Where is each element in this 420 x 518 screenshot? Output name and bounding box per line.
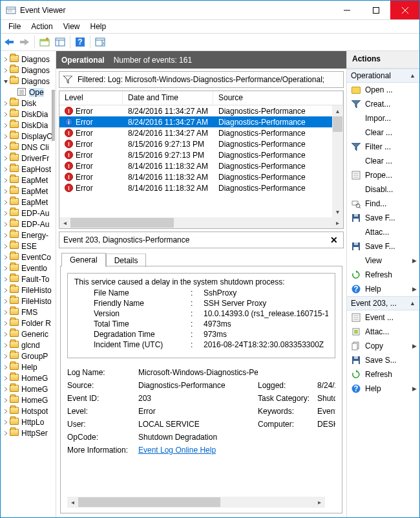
- blank-icon: [351, 227, 361, 237]
- tree-item[interactable]: Disk: [2, 98, 56, 109]
- action-item[interactable]: Impor...: [347, 111, 419, 125]
- online-help-link[interactable]: Event Log Online Help: [138, 446, 216, 455]
- action-item[interactable]: Clear ...: [347, 125, 419, 140]
- list-vertical-scrollbar[interactable]: ▴ ▾: [332, 105, 343, 217]
- tree-item[interactable]: Help: [2, 362, 56, 372]
- tab-general[interactable]: General: [61, 253, 106, 266]
- action-item[interactable]: Clear ...: [347, 154, 419, 168]
- detail-close-icon[interactable]: ✕: [329, 235, 339, 245]
- action-item[interactable]: Find...: [347, 197, 419, 211]
- tree-item[interactable]: FileHisto: [2, 296, 56, 307]
- menu-help[interactable]: Help: [85, 21, 112, 32]
- tree-item[interactable]: Eventlo: [2, 263, 56, 274]
- toolbar-window-icon[interactable]: [53, 35, 67, 49]
- tree-item[interactable]: EapMet: [2, 186, 56, 197]
- action-item[interactable]: Creat...: [347, 97, 419, 111]
- tree-item[interactable]: Folder R: [2, 318, 56, 329]
- tree-item[interactable]: FileHisto: [2, 285, 56, 296]
- tree-item[interactable]: Generic: [2, 329, 56, 340]
- tree-splitter[interactable]: [52, 90, 56, 142]
- list-horizontal-scrollbar[interactable]: ◂ ▸: [59, 217, 343, 228]
- tree-item[interactable]: EapMet: [2, 175, 56, 186]
- tree-item[interactable]: ESE: [2, 241, 56, 252]
- filter-text: Filtered: Log: Microsoft-Windows-Diagnos…: [78, 75, 324, 84]
- detail-horizontal-scrollbar[interactable]: ◂ ▸: [67, 497, 325, 508]
- forward-button[interactable]: [17, 35, 32, 49]
- tab-details[interactable]: Details: [106, 254, 147, 267]
- tree-item[interactable]: DriverFr: [2, 153, 56, 164]
- event-row[interactable]: !Error8/15/2016 9:27:13 PMDiagnostics-Pe…: [59, 149, 343, 160]
- tree-item[interactable]: Ope: [2, 87, 56, 98]
- property-row: Log Name:Microsoft-Windows-Diagnostics-P…: [67, 366, 335, 379]
- tree-item[interactable]: GroupP: [2, 351, 56, 362]
- back-button[interactable]: [2, 35, 16, 49]
- svg-rect-29: [353, 219, 359, 222]
- action-item[interactable]: Save S...: [347, 353, 419, 367]
- toolbar-help-icon[interactable]: ?: [73, 35, 87, 49]
- col-date[interactable]: Date and Time: [123, 91, 213, 105]
- tree-item[interactable]: HomeG: [2, 394, 56, 405]
- tree-item[interactable]: EapHost: [2, 164, 56, 175]
- navigation-tree[interactable]: DiagnosDiagnosDiagnosOpeDiskDiskDiaDiskD…: [1, 51, 56, 517]
- action-item[interactable]: ?Help▶: [347, 382, 419, 396]
- menu-action[interactable]: Action: [26, 21, 58, 32]
- actions-group-event[interactable]: Event 203, ...▲: [347, 296, 419, 310]
- col-source[interactable]: Source: [213, 91, 343, 105]
- action-item[interactable]: Attac...: [347, 325, 419, 339]
- svg-rect-46: [354, 356, 358, 359]
- tree-item[interactable]: EapMet: [2, 197, 56, 208]
- action-item[interactable]: Event ...: [347, 310, 419, 325]
- action-item[interactable]: Refresh: [347, 367, 419, 382]
- event-row[interactable]: !Error8/24/2016 11:34:27 AMDiagnostics-P…: [59, 105, 343, 116]
- event-row[interactable]: !Error8/14/2016 11:18:32 AMDiagnostics-P…: [59, 160, 343, 171]
- tree-item[interactable]: DisplayC: [2, 131, 56, 142]
- maximize-button[interactable]: [361, 1, 390, 19]
- action-item[interactable]: Prope...: [347, 168, 419, 182]
- col-level[interactable]: Level: [59, 91, 123, 105]
- tree-item[interactable]: FMS: [2, 307, 56, 318]
- tree-item[interactable]: Diagnos: [2, 65, 56, 76]
- menu-file[interactable]: File: [3, 21, 26, 32]
- tree-item[interactable]: HttpSer: [2, 427, 56, 438]
- action-item[interactable]: ?Help▶: [347, 282, 419, 296]
- minimize-button[interactable]: [332, 1, 361, 19]
- tree-item[interactable]: EDP-Au: [2, 219, 56, 230]
- tree-item[interactable]: glcnd: [2, 340, 56, 351]
- tree-item[interactable]: HomeG: [2, 383, 56, 394]
- tree-item[interactable]: DNS Cli: [2, 142, 56, 153]
- action-item[interactable]: Save F...: [347, 211, 419, 225]
- tree-item[interactable]: HomeG: [2, 372, 56, 383]
- action-item[interactable]: Refresh: [347, 268, 419, 282]
- event-row[interactable]: !Error8/14/2016 11:18:32 AMDiagnostics-P…: [59, 182, 343, 193]
- tree-item[interactable]: DiskDia: [2, 120, 56, 131]
- tree-item[interactable]: Energy-: [2, 230, 56, 241]
- tree-item[interactable]: Diagnos: [2, 54, 56, 65]
- svg-text:?: ?: [353, 384, 358, 393]
- tree-item[interactable]: EventCo: [2, 252, 56, 263]
- tree-item[interactable]: Hotspot: [2, 405, 56, 416]
- event-row[interactable]: !Error8/14/2016 11:18:32 AMDiagnostics-P…: [59, 171, 343, 182]
- tree-item[interactable]: EDP-Au: [2, 208, 56, 219]
- event-row[interactable]: !Error8/15/2016 9:27:13 PMDiagnostics-Pe…: [59, 138, 343, 149]
- tree-item[interactable]: DiskDia: [2, 109, 56, 120]
- toolbar-preview-icon[interactable]: [93, 35, 107, 49]
- tree-item[interactable]: Fault-To: [2, 274, 56, 285]
- action-item[interactable]: Copy▶: [347, 339, 419, 353]
- action-item[interactable]: Open ...: [347, 83, 419, 97]
- menu-bar: File Action View Help: [1, 20, 419, 33]
- actions-group-operational[interactable]: Operational▲: [347, 69, 419, 83]
- close-button[interactable]: [390, 1, 419, 19]
- tree-item[interactable]: HttpLo: [2, 416, 56, 427]
- action-item[interactable]: Save F...: [347, 239, 419, 254]
- svg-rect-25: [352, 201, 358, 205]
- action-item[interactable]: Attac...: [347, 225, 419, 239]
- event-row[interactable]: !Error8/24/2016 11:34:27 AMDiagnostics-P…: [59, 127, 343, 138]
- menu-view[interactable]: View: [58, 21, 85, 32]
- event-row[interactable]: iError8/24/2016 11:34:27 AMDiagnostics-P…: [59, 116, 343, 127]
- action-item[interactable]: Filter ...: [347, 140, 419, 154]
- action-item[interactable]: Disabl...: [347, 182, 419, 197]
- toolbar-console-icon[interactable]: [37, 35, 52, 49]
- tree-item[interactable]: Diagnos: [2, 76, 56, 87]
- toolbar: ?: [1, 33, 419, 51]
- action-item[interactable]: View▶: [347, 254, 419, 268]
